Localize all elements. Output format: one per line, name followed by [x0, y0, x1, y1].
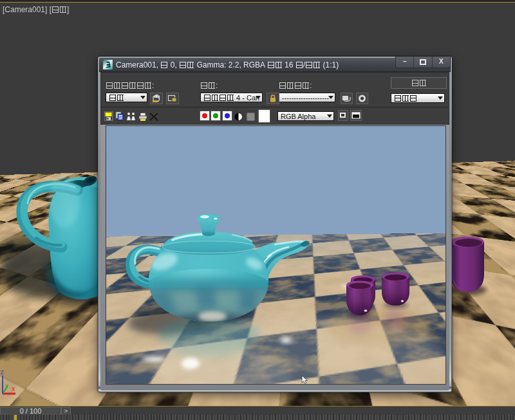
svg-text:z: z	[1, 369, 4, 376]
svg-text:x: x	[12, 385, 15, 392]
svg-text:y: y	[5, 382, 8, 389]
